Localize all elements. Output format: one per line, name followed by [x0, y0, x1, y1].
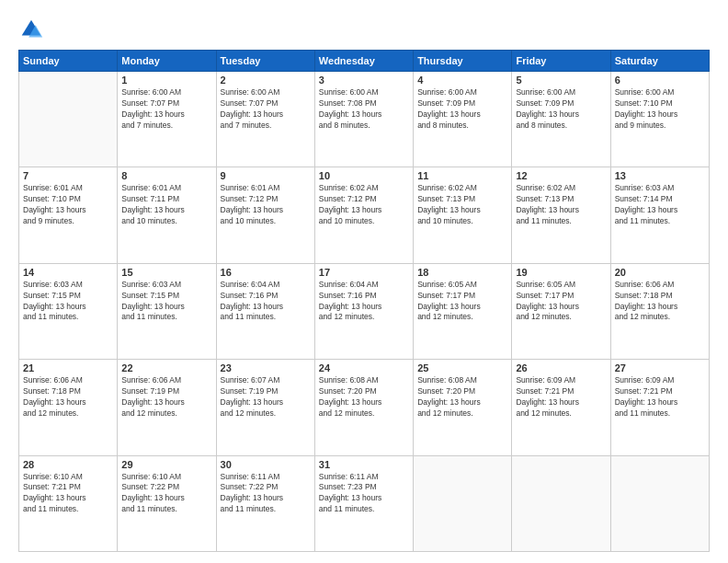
day-info: Sunrise: 6:00 AM Sunset: 7:07 PM Dayligh…: [121, 87, 211, 132]
day-info: Sunrise: 6:09 AM Sunset: 7:21 PM Dayligh…: [615, 375, 705, 419]
calendar-cell: 29Sunrise: 6:10 AM Sunset: 7:22 PM Dayli…: [118, 455, 216, 551]
calendar-cell: 22Sunrise: 6:06 AM Sunset: 7:19 PM Dayli…: [118, 360, 216, 455]
calendar-cell: 7Sunrise: 6:01 AM Sunset: 7:10 PM Daylig…: [19, 167, 118, 263]
day-info: Sunrise: 6:00 AM Sunset: 7:09 PM Dayligh…: [516, 87, 606, 132]
calendar-cell: 16Sunrise: 6:04 AM Sunset: 7:16 PM Dayli…: [216, 263, 314, 359]
calendar-cell: 6Sunrise: 6:00 AM Sunset: 7:10 PM Daylig…: [610, 72, 709, 167]
calendar-cell: 15Sunrise: 6:03 AM Sunset: 7:15 PM Dayli…: [118, 263, 216, 359]
day-info: Sunrise: 6:05 AM Sunset: 7:17 PM Dayligh…: [516, 280, 606, 324]
calendar-cell: [19, 72, 118, 167]
day-info: Sunrise: 6:00 AM Sunset: 7:10 PM Dayligh…: [615, 87, 705, 132]
day-number: 20: [615, 267, 705, 278]
day-info: Sunrise: 6:10 AM Sunset: 7:22 PM Dayligh…: [121, 472, 211, 516]
day-number: 23: [221, 362, 311, 373]
day-number: 15: [121, 267, 211, 278]
weekday-header-tuesday: Tuesday: [216, 51, 314, 72]
day-number: 26: [516, 362, 606, 373]
calendar-cell: 18Sunrise: 6:05 AM Sunset: 7:17 PM Dayli…: [414, 263, 512, 359]
day-info: Sunrise: 6:06 AM Sunset: 7:19 PM Dayligh…: [121, 375, 211, 419]
day-number: 6: [615, 75, 705, 86]
weekday-header-thursday: Thursday: [414, 51, 512, 72]
day-number: 28: [23, 459, 113, 470]
calendar-cell: 12Sunrise: 6:02 AM Sunset: 7:13 PM Dayli…: [512, 167, 610, 263]
day-number: 12: [516, 170, 606, 181]
day-info: Sunrise: 6:03 AM Sunset: 7:15 PM Dayligh…: [121, 280, 211, 324]
calendar-cell: 23Sunrise: 6:07 AM Sunset: 7:19 PM Dayli…: [216, 360, 314, 455]
day-info: Sunrise: 6:06 AM Sunset: 7:18 PM Dayligh…: [23, 375, 113, 419]
day-info: Sunrise: 6:05 AM Sunset: 7:17 PM Dayligh…: [417, 280, 507, 324]
day-info: Sunrise: 6:10 AM Sunset: 7:21 PM Dayligh…: [23, 472, 113, 516]
day-info: Sunrise: 6:11 AM Sunset: 7:22 PM Dayligh…: [221, 472, 311, 516]
calendar-cell: 1Sunrise: 6:00 AM Sunset: 7:07 PM Daylig…: [118, 72, 216, 167]
weekday-header-saturday: Saturday: [610, 51, 709, 72]
day-info: Sunrise: 6:04 AM Sunset: 7:16 PM Dayligh…: [319, 280, 409, 324]
day-number: 4: [417, 75, 507, 86]
week-row-1: 7Sunrise: 6:01 AM Sunset: 7:10 PM Daylig…: [19, 167, 710, 263]
day-info: Sunrise: 6:02 AM Sunset: 7:12 PM Dayligh…: [319, 183, 409, 227]
day-number: 17: [319, 267, 409, 278]
day-number: 25: [417, 362, 507, 373]
weekday-header-friday: Friday: [512, 51, 610, 72]
calendar-cell: 17Sunrise: 6:04 AM Sunset: 7:16 PM Dayli…: [314, 263, 413, 359]
day-number: 9: [221, 170, 311, 181]
day-info: Sunrise: 6:08 AM Sunset: 7:20 PM Dayligh…: [319, 375, 409, 419]
calendar-cell: 21Sunrise: 6:06 AM Sunset: 7:18 PM Dayli…: [19, 360, 118, 455]
day-info: Sunrise: 6:00 AM Sunset: 7:08 PM Dayligh…: [319, 87, 409, 132]
day-number: 18: [417, 267, 507, 278]
day-info: Sunrise: 6:01 AM Sunset: 7:10 PM Dayligh…: [23, 183, 113, 227]
calendar-cell: 19Sunrise: 6:05 AM Sunset: 7:17 PM Dayli…: [512, 263, 610, 359]
calendar-cell: 26Sunrise: 6:09 AM Sunset: 7:21 PM Dayli…: [512, 360, 610, 455]
header: [18, 17, 710, 42]
calendar-cell: 20Sunrise: 6:06 AM Sunset: 7:18 PM Dayli…: [610, 263, 709, 359]
day-number: 21: [23, 362, 113, 373]
day-info: Sunrise: 6:01 AM Sunset: 7:12 PM Dayligh…: [221, 183, 311, 227]
day-info: Sunrise: 6:00 AM Sunset: 7:09 PM Dayligh…: [417, 87, 507, 132]
calendar-cell: [610, 455, 709, 551]
day-info: Sunrise: 6:08 AM Sunset: 7:20 PM Dayligh…: [417, 375, 507, 419]
day-number: 16: [221, 267, 311, 278]
day-number: 13: [615, 170, 705, 181]
calendar-cell: 10Sunrise: 6:02 AM Sunset: 7:12 PM Dayli…: [314, 167, 413, 263]
day-number: 31: [319, 459, 409, 470]
calendar-table: SundayMondayTuesdayWednesdayThursdayFrid…: [18, 50, 710, 552]
weekday-header-row: SundayMondayTuesdayWednesdayThursdayFrid…: [19, 51, 710, 72]
calendar-cell: 4Sunrise: 6:00 AM Sunset: 7:09 PM Daylig…: [414, 72, 512, 167]
day-info: Sunrise: 6:03 AM Sunset: 7:15 PM Dayligh…: [23, 280, 113, 324]
calendar-cell: 2Sunrise: 6:00 AM Sunset: 7:07 PM Daylig…: [216, 72, 314, 167]
day-info: Sunrise: 6:00 AM Sunset: 7:07 PM Dayligh…: [221, 87, 311, 132]
day-number: 30: [221, 459, 311, 470]
calendar-cell: 27Sunrise: 6:09 AM Sunset: 7:21 PM Dayli…: [610, 360, 709, 455]
day-number: 3: [319, 75, 409, 86]
weekday-header-sunday: Sunday: [19, 51, 118, 72]
calendar-cell: 13Sunrise: 6:03 AM Sunset: 7:14 PM Dayli…: [610, 167, 709, 263]
day-number: 29: [121, 459, 211, 470]
calendar-cell: 24Sunrise: 6:08 AM Sunset: 7:20 PM Dayli…: [314, 360, 413, 455]
weekday-header-wednesday: Wednesday: [314, 51, 413, 72]
logo: [18, 17, 48, 42]
calendar-cell: 30Sunrise: 6:11 AM Sunset: 7:22 PM Dayli…: [216, 455, 314, 551]
week-row-2: 14Sunrise: 6:03 AM Sunset: 7:15 PM Dayli…: [19, 263, 710, 359]
day-number: 5: [516, 75, 606, 86]
calendar-cell: 14Sunrise: 6:03 AM Sunset: 7:15 PM Dayli…: [19, 263, 118, 359]
calendar-cell: 3Sunrise: 6:00 AM Sunset: 7:08 PM Daylig…: [314, 72, 413, 167]
calendar-cell: 8Sunrise: 6:01 AM Sunset: 7:11 PM Daylig…: [118, 167, 216, 263]
day-number: 24: [319, 362, 409, 373]
day-info: Sunrise: 6:06 AM Sunset: 7:18 PM Dayligh…: [615, 280, 705, 324]
page: SundayMondayTuesdayWednesdayThursdayFrid…: [0, 0, 728, 563]
calendar-cell: [414, 455, 512, 551]
day-info: Sunrise: 6:04 AM Sunset: 7:16 PM Dayligh…: [221, 280, 311, 324]
week-row-0: 1Sunrise: 6:00 AM Sunset: 7:07 PM Daylig…: [19, 72, 710, 167]
weekday-header-monday: Monday: [118, 51, 216, 72]
day-info: Sunrise: 6:02 AM Sunset: 7:13 PM Dayligh…: [417, 183, 507, 227]
day-number: 27: [615, 362, 705, 373]
day-info: Sunrise: 6:01 AM Sunset: 7:11 PM Dayligh…: [121, 183, 211, 227]
day-info: Sunrise: 6:02 AM Sunset: 7:13 PM Dayligh…: [516, 183, 606, 227]
day-info: Sunrise: 6:11 AM Sunset: 7:23 PM Dayligh…: [319, 472, 409, 516]
day-number: 2: [221, 75, 311, 86]
day-info: Sunrise: 6:03 AM Sunset: 7:14 PM Dayligh…: [615, 183, 705, 227]
calendar-cell: 28Sunrise: 6:10 AM Sunset: 7:21 PM Dayli…: [19, 455, 118, 551]
calendar-cell: 5Sunrise: 6:00 AM Sunset: 7:09 PM Daylig…: [512, 72, 610, 167]
calendar-cell: 11Sunrise: 6:02 AM Sunset: 7:13 PM Dayli…: [414, 167, 512, 263]
day-info: Sunrise: 6:07 AM Sunset: 7:19 PM Dayligh…: [221, 375, 311, 419]
day-number: 22: [121, 362, 211, 373]
